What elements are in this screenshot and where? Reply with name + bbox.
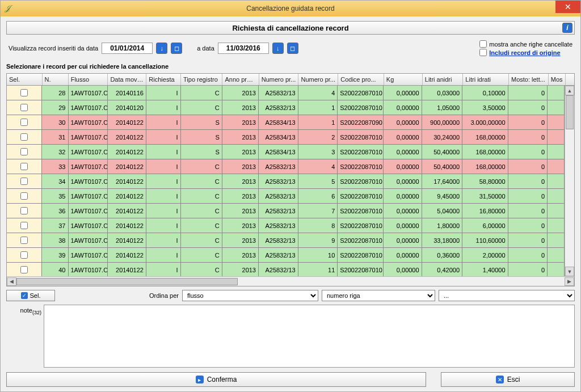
row-checkbox[interactable] [20,89,28,96]
order-combo-1[interactable]: flusso [182,290,318,301]
scroll-right-icon[interactable]: ▶ [565,277,574,286]
row-checkbox[interactable] [20,148,28,155]
row-checkbox[interactable] [20,237,28,244]
cell-n: 38 [42,233,68,248]
scroll-track[interactable] [565,95,574,267]
horizontal-scrollbar[interactable]: ◀ ▶ [7,276,574,286]
row-select-cell[interactable] [7,248,42,263]
col-num1[interactable]: Numero pr... [259,74,299,85]
row-checkbox[interactable] [20,222,28,229]
row-select-cell[interactable] [7,86,42,100]
table-row[interactable]: 351AWT0107.C...20140122IC2013A25832/136S… [7,189,565,204]
row-checkbox[interactable] [20,119,28,126]
col-num2[interactable]: Numero pr... [298,74,338,85]
col-la[interactable]: Litri anidri [423,74,464,85]
row-select-cell[interactable] [7,233,42,248]
row-select-cell[interactable] [7,263,42,276]
scroll-up-icon[interactable]: ▲ [565,86,574,95]
cell-rich: I [146,233,181,248]
row-select-cell[interactable] [7,115,42,130]
row-checkbox[interactable] [20,133,28,141]
show-cancelled-checkbox[interactable] [479,40,487,48]
row-checkbox[interactable] [20,192,28,200]
cell-kg: 0,00000 [384,189,422,204]
table-row[interactable]: 281AWT0107.C...20140116IC2013A25832/134S… [7,86,565,100]
row-checkbox[interactable] [20,251,28,259]
row-checkbox[interactable] [20,178,28,185]
note-textarea[interactable] [44,305,575,368]
col-n[interactable]: N. [43,74,69,85]
order-combo-2[interactable]: numero riga [322,290,435,301]
row-select-cell[interactable] [7,159,42,174]
scroll-left-icon[interactable]: ◀ [7,277,16,286]
cell-anno: 2013 [222,145,259,159]
row-select-cell[interactable] [7,174,42,189]
exit-button[interactable]: ✕ Esci [441,372,575,387]
to-date-input[interactable] [218,43,269,54]
col-anno[interactable]: Anno prot... [222,74,259,85]
col-kg[interactable]: Kg [384,74,423,85]
info-button[interactable]: i [562,23,572,33]
confirm-button[interactable]: ▸ Conferma [6,372,426,387]
hscroll-thumb[interactable] [16,278,238,285]
cell-data: 20140122 [108,145,146,159]
row-checkbox[interactable] [20,266,28,273]
to-date-cal-button[interactable]: ◻ [287,43,298,54]
footer: ▸ Conferma ✕ Esci [6,372,575,387]
select-all-button[interactable]: ✓ Sel. [6,290,55,301]
cell-tipo: C [181,86,222,100]
col-mos[interactable]: Mos [549,74,566,85]
col-sel[interactable]: Sel. [7,74,43,85]
order-combo-3[interactable]: ... [439,290,575,301]
close-button[interactable]: ✕ [555,1,580,13]
table-row[interactable]: 301AWT0107.C...20140122IS2013A25834/131S… [7,115,565,130]
show-cancelled-check[interactable]: mostra anche righe cancellate [479,40,572,48]
hscroll-track[interactable] [16,277,565,286]
from-date-cal-button[interactable]: ◻ [171,43,182,54]
table-row[interactable]: 331AWT0107.C...20140122IC2013A25832/134S… [7,159,565,174]
table-row[interactable]: 321AWT0107.C...20140122IS2013A25834/133S… [7,145,565,159]
row-select-cell[interactable] [7,145,42,159]
include-origin-check[interactable]: Includi record di origine [479,49,560,56]
col-flusso[interactable]: Flusso [69,74,108,85]
row-select-cell[interactable] [7,100,42,115]
cell-anno: 2013 [222,159,259,174]
table-row[interactable]: 341AWT0107.C...20140122IC2013A25832/135S… [7,174,565,189]
table-row[interactable]: 311AWT0107.C...20140122IS2013A25834/132S… [7,130,565,145]
table-row[interactable]: 291AWT0107.C...20140120IC2013A25832/131S… [7,100,565,115]
table-row[interactable]: 391AWT0107.C...20140122IC2013A25832/1310… [7,248,565,263]
to-date-go-button[interactable]: ↓ [272,43,284,54]
cell-num2: 8 [298,218,338,233]
row-select-cell[interactable] [7,204,42,218]
col-richiesta[interactable]: Richiesta [146,74,181,85]
cell-anno: 2013 [222,130,259,145]
titlebar: 𝒥 Cancellazione guidata record ✕ [1,1,580,16]
row-select-cell[interactable] [7,218,42,233]
table-row[interactable]: 381AWT0107.C...20140122IC2013A25832/139S… [7,233,565,248]
cell-flusso: 1AWT0107.C... [69,204,108,218]
col-tipo[interactable]: Tipo registro [181,74,222,85]
col-mosto[interactable]: Mosto: lett... [509,74,549,85]
table-row[interactable]: 361AWT0107.C...20140122IC2013A25832/137S… [7,204,565,218]
from-date-input[interactable] [102,43,153,54]
table-row[interactable]: 371AWT0107.C...20140122IC2013A25832/138S… [7,218,565,233]
row-checkbox[interactable] [20,163,28,170]
row-checkbox[interactable] [20,207,28,214]
cell-num1: A25832/13 [259,174,298,189]
col-data[interactable]: Data mov/... [108,74,146,85]
scroll-thumb[interactable] [566,95,574,129]
vertical-scrollbar[interactable]: ▲ ▼ [565,86,574,276]
to-date-label: a data [197,45,214,52]
row-checkbox[interactable] [20,104,28,111]
include-origin-checkbox[interactable] [479,49,487,56]
row-select-cell[interactable] [7,189,42,204]
from-date-go-button[interactable]: ↓ [156,43,167,54]
scroll-down-icon[interactable]: ▼ [565,267,574,276]
cell-tipo: C [181,100,222,115]
cell-data: 20140122 [108,159,146,174]
grid-body[interactable]: 281AWT0107.C...20140116IC2013A25832/134S… [7,86,565,276]
col-cod[interactable]: Codice pro... [338,74,384,85]
table-row[interactable]: 401AWT0107.C...20140122IC2013A25832/1311… [7,263,565,276]
col-li[interactable]: Litri idrati [463,74,509,85]
row-select-cell[interactable] [7,130,42,145]
